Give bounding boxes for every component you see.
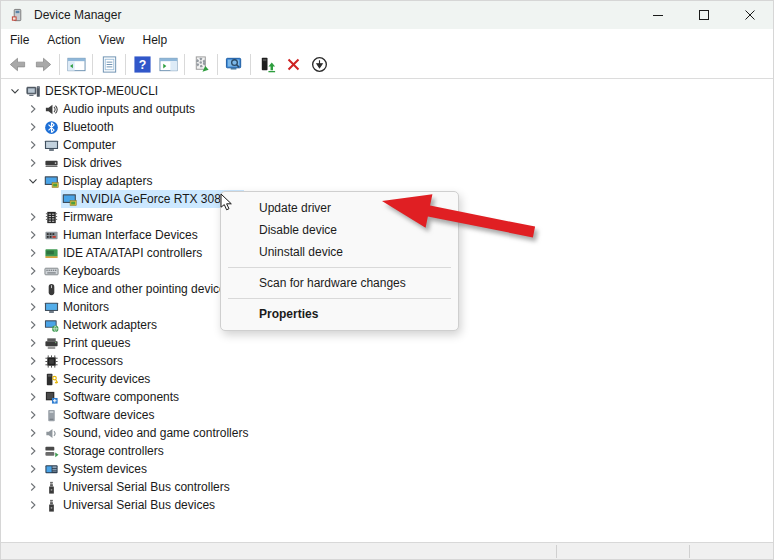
tree-item-body: DESKTOP-ME0UCLI xyxy=(25,82,164,100)
tree-item-sound-video-and-game-controllers[interactable]: Sound, video and game controllers xyxy=(1,424,773,442)
tree-item-computer[interactable]: Computer xyxy=(1,136,773,154)
tree-item-print-queues[interactable]: Print queues xyxy=(1,334,773,352)
tree-item-body: Disk drives xyxy=(43,154,128,172)
chevron-right-icon[interactable] xyxy=(23,407,43,423)
tree-item-body: Audio inputs and outputs xyxy=(43,100,201,118)
chevron-right-icon[interactable] xyxy=(23,335,43,351)
tree-item-software-components[interactable]: Software components xyxy=(1,388,773,406)
toolbar-divider xyxy=(217,54,218,75)
tree-item-label: DESKTOP-ME0UCLI xyxy=(41,82,164,100)
tree-item-body: Processors xyxy=(43,352,129,370)
chevron-right-icon[interactable] xyxy=(23,281,43,297)
disable-device-icon xyxy=(310,55,329,74)
chevron-right-icon[interactable] xyxy=(23,209,43,225)
menu-view[interactable]: View xyxy=(90,31,134,49)
context-menu-item-uninstall-device[interactable]: Uninstall device xyxy=(221,241,458,263)
tree-item-body: Security devices xyxy=(43,370,156,388)
chevron-right-icon[interactable] xyxy=(23,461,43,477)
tree-item-system-devices[interactable]: System devices xyxy=(1,460,773,478)
help-icon: ? xyxy=(133,55,152,74)
keyboard-icon xyxy=(43,263,59,279)
tree-item-body: Universal Serial Bus devices xyxy=(43,496,221,514)
context-menu-item-disable-device[interactable]: Disable device xyxy=(221,219,458,241)
context-menu-item-update-driver[interactable]: Update driver xyxy=(221,197,458,219)
chevron-right-icon[interactable] xyxy=(23,299,43,315)
tree-item-software-devices[interactable]: Software devices xyxy=(1,406,773,424)
chevron-down-icon[interactable] xyxy=(23,173,43,189)
tree-item-security-devices[interactable]: Security devices xyxy=(1,370,773,388)
tree-item-body: Keyboards xyxy=(43,262,126,280)
maximize-icon xyxy=(698,9,710,21)
tree-item-label: Storage controllers xyxy=(59,442,170,460)
tree-item-body: Firmware xyxy=(43,208,119,226)
tree-item-universal-serial-bus-devices[interactable]: Universal Serial Bus devices xyxy=(1,496,773,514)
chevron-right-icon[interactable] xyxy=(23,245,43,261)
firmware-chip-icon xyxy=(43,209,59,225)
chevron-right-icon[interactable] xyxy=(23,317,43,333)
tree-item-body: Sound, video and game controllers xyxy=(43,424,254,442)
tree-item-label: Human Interface Devices xyxy=(59,226,204,244)
console-tree-button[interactable] xyxy=(63,52,89,77)
minimize-button[interactable] xyxy=(635,1,681,29)
chevron-right-icon[interactable] xyxy=(23,371,43,387)
chevron-right-icon[interactable] xyxy=(23,155,43,171)
display-adapter-icon xyxy=(61,191,77,207)
scan-hardware-icon xyxy=(192,55,211,74)
chevron-down-icon[interactable] xyxy=(5,83,25,99)
chevron-right-icon[interactable] xyxy=(23,497,43,513)
update-driver-button[interactable] xyxy=(254,52,280,77)
tree-spacer xyxy=(41,191,61,207)
tree-item-processors[interactable]: Processors xyxy=(1,352,773,370)
tree-item-body: Network adapters xyxy=(43,316,163,334)
chevron-right-icon[interactable] xyxy=(23,119,43,135)
software-component-icon xyxy=(43,389,59,405)
tree-item-bluetooth[interactable]: Bluetooth xyxy=(1,118,773,136)
chevron-right-icon[interactable] xyxy=(23,479,43,495)
chevron-right-icon[interactable] xyxy=(23,101,43,117)
tree-item-display-adapters[interactable]: Display adapters xyxy=(1,172,773,190)
action-pane-icon xyxy=(159,55,178,74)
disable-device-button[interactable] xyxy=(306,52,332,77)
computer-search-button[interactable] xyxy=(221,52,247,77)
toolbar-divider xyxy=(92,54,93,75)
uninstall-device-button[interactable] xyxy=(280,52,306,77)
properties-button[interactable] xyxy=(96,52,122,77)
forward-button[interactable] xyxy=(30,52,56,77)
monitors-icon xyxy=(43,299,59,315)
toolbar-divider xyxy=(184,54,185,75)
maximize-button[interactable] xyxy=(681,1,727,29)
tree-item-label: Display adapters xyxy=(59,172,158,190)
close-button[interactable] xyxy=(727,1,773,29)
tree-item-label: Monitors xyxy=(59,298,115,316)
tree-item-desktop-me0ucli[interactable]: DESKTOP-ME0UCLI xyxy=(1,82,773,100)
chevron-right-icon[interactable] xyxy=(23,227,43,243)
tree-item-label: Keyboards xyxy=(59,262,126,280)
chevron-right-icon[interactable] xyxy=(23,443,43,459)
tree-item-disk-drives[interactable]: Disk drives xyxy=(1,154,773,172)
mouse-icon xyxy=(43,281,59,297)
menu-file[interactable]: File xyxy=(1,31,38,49)
context-menu-item-properties[interactable]: Properties xyxy=(221,303,458,325)
chevron-right-icon[interactable] xyxy=(23,425,43,441)
back-button[interactable] xyxy=(4,52,30,77)
menu-action[interactable]: Action xyxy=(38,31,89,49)
storage-controller-icon xyxy=(43,443,59,459)
chevron-right-icon[interactable] xyxy=(23,137,43,153)
tree-item-label: Bluetooth xyxy=(59,118,120,136)
tree-item-storage-controllers[interactable]: Storage controllers xyxy=(1,442,773,460)
tree-item-label: Processors xyxy=(59,352,129,370)
chevron-right-icon[interactable] xyxy=(23,353,43,369)
help-button[interactable]: ? xyxy=(129,52,155,77)
context-menu-item-scan-for-hardware-changes[interactable]: Scan for hardware changes xyxy=(221,272,458,294)
context-menu: Update driverDisable deviceUninstall dev… xyxy=(220,191,459,331)
tree-item-universal-serial-bus-controllers[interactable]: Universal Serial Bus controllers xyxy=(1,478,773,496)
tree-item-label: Disk drives xyxy=(59,154,128,172)
toolbar-divider xyxy=(125,54,126,75)
tree-item-label: Network adapters xyxy=(59,316,163,334)
menu-help[interactable]: Help xyxy=(134,31,177,49)
tree-item-audio-inputs-and-outputs[interactable]: Audio inputs and outputs xyxy=(1,100,773,118)
scan-hardware-button[interactable] xyxy=(188,52,214,77)
chevron-right-icon[interactable] xyxy=(23,389,43,405)
chevron-right-icon[interactable] xyxy=(23,263,43,279)
action-pane-button[interactable] xyxy=(155,52,181,77)
